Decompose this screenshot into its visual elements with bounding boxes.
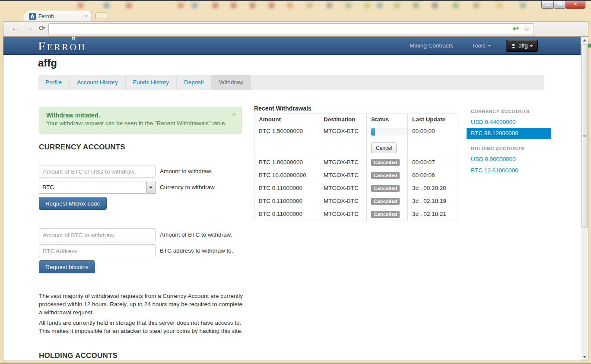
col-status: Status xyxy=(367,114,408,125)
page-scrollbar[interactable] xyxy=(581,37,588,361)
username-label: affg xyxy=(518,42,527,49)
currency-help-text: Currency to withdraw xyxy=(160,184,215,190)
user-icon xyxy=(511,43,516,49)
currency-select[interactable]: BTC xyxy=(39,181,156,194)
web-page: Ferroh Mining Contracts Tools affg affg … xyxy=(3,37,588,361)
recent-withdrawals-table: Amount Destination Status Last Update BT… xyxy=(254,114,458,221)
nav-tools-dropdown[interactable]: Tools xyxy=(472,42,491,49)
tab-profile[interactable]: Profile xyxy=(38,75,70,90)
table-row: BTC 10.00000000 MTGOX-BTC Cancelled 00:0… xyxy=(254,169,458,182)
recent-withdrawals-heading: Recent Withdrawals xyxy=(254,105,311,112)
currency-accounts-heading: CURRENCY ACCOUNTS xyxy=(39,143,125,152)
page-title: affg xyxy=(38,57,57,69)
back-button[interactable]: ← xyxy=(11,23,20,33)
cell-destination: MTGOX-BTC xyxy=(319,182,367,195)
arrow-down-icon xyxy=(583,356,586,358)
green-arrow-icon[interactable]: ↩ xyxy=(513,24,519,33)
table-row: BTC 1.00000000 MTGOX-BTC Cancelled 00:00… xyxy=(254,156,458,169)
sidebar-item-btc-holding[interactable]: BTC 12.61000000 xyxy=(467,165,551,176)
bookmark-star-icon[interactable]: ☆ xyxy=(524,25,530,33)
currency-select-value: BTC xyxy=(42,184,54,190)
cell-last-update: 00:00:07 xyxy=(408,156,458,169)
tab-close-icon[interactable]: × xyxy=(84,13,88,19)
cell-status: Cancelled xyxy=(367,156,408,169)
minimize-icon xyxy=(546,5,550,6)
sidebar-item-usd-holding[interactable]: USD 0.00000000 xyxy=(467,154,551,165)
arrow-up-icon xyxy=(583,39,586,41)
btc-address-input[interactable] xyxy=(39,244,156,257)
cell-last-update: 00:00:00 xyxy=(408,125,458,156)
cell-destination: MTGOX-BTC xyxy=(319,169,367,182)
cell-last-update: 3d , 02:18:19 xyxy=(408,195,458,208)
browser-tab[interactable]: Ferroh × xyxy=(24,11,92,22)
table-row: BTC 0.11000000 MTGOX-BTC Cancelled 3d , … xyxy=(254,208,458,221)
address-input[interactable] xyxy=(52,25,502,33)
alert-message: Your withdraw request can be seen in the… xyxy=(46,120,235,127)
cell-status: Cancelled xyxy=(367,195,408,208)
status-badge: Cancelled xyxy=(371,185,400,192)
progress-fill xyxy=(371,128,375,136)
cell-amount: BTC 0.11000000 xyxy=(254,208,319,221)
user-menu-button[interactable]: affg xyxy=(506,40,538,52)
col-last-update: Last Update xyxy=(408,114,458,125)
holding-accounts-heading: HOLDING ACCOUNTS xyxy=(39,351,118,360)
cell-amount: BTC 10.00000000 xyxy=(254,169,319,182)
tab-withdraw[interactable]: Withdraw xyxy=(212,75,251,90)
scroll-down-button[interactable] xyxy=(581,353,588,361)
site-navbar: Ferroh Mining Contracts Tools affg xyxy=(3,37,588,55)
cell-destination: MTGOX-BTC xyxy=(319,125,367,156)
forward-button[interactable]: → xyxy=(25,23,34,33)
cell-status: Cancel xyxy=(367,125,408,156)
select-arrow-icon xyxy=(146,182,155,193)
progress-bar xyxy=(371,128,407,136)
cell-destination: MTGOX-BTC xyxy=(319,195,367,208)
maximize-button[interactable] xyxy=(553,1,566,9)
scrollbar-thumb[interactable] xyxy=(581,44,588,228)
cell-amount: BTC 0.11000000 xyxy=(254,182,319,195)
accounts-sidebar: CURRENCY ACCOUNTS USD 0.44000000 BTC 88.… xyxy=(467,107,551,176)
withdrawal-info-paragraph: The vast majority of withdrawal requests… xyxy=(39,292,245,317)
ferroh-logo[interactable]: Ferroh xyxy=(38,38,86,53)
logo-text: Ferr xyxy=(38,38,70,53)
scroll-up-button[interactable] xyxy=(581,37,588,44)
cell-last-update: 00:00:06 xyxy=(408,169,458,182)
status-badge: Cancelled xyxy=(371,211,400,218)
browser-toolbar: ← → ⟳ ↩ ☆ 94 B ↑ xyxy=(3,22,588,37)
table-row: BTC 0.11000000 MTGOX-BTC Cancelled 3d , … xyxy=(254,195,458,208)
new-tab-button[interactable] xyxy=(95,13,108,19)
screen: × Ferroh × ← → ⟳ ↩ ☆ 94 B ↑ xyxy=(0,0,591,364)
cell-amount: BTC 1.50000000 xyxy=(254,125,319,156)
cell-status: Cancelled xyxy=(367,208,408,221)
table-row: BTC 1.50000000 MTGOX-BTC Cancel 00:00:00 xyxy=(254,125,458,156)
cold-storage-paragraph: All funds are currently held in storage … xyxy=(39,319,245,335)
withdraw-amount-input[interactable] xyxy=(39,165,156,178)
request-bitcoins-button[interactable]: Request bitcoins xyxy=(39,260,95,273)
minimize-button[interactable] xyxy=(541,1,554,9)
sidebar-item-usd-currency[interactable]: USD 0.44000000 xyxy=(467,117,551,128)
status-badge: Cancelled xyxy=(371,172,400,179)
alert-title: Withdraw initiated. xyxy=(46,112,235,119)
tab-deposit[interactable]: Deposit xyxy=(177,75,212,90)
sidebar-item-btc-currency[interactable]: BTC 88.12000000 xyxy=(467,128,551,139)
tab-funds-history[interactable]: Funds History xyxy=(126,75,177,90)
reload-button[interactable]: ⟳ xyxy=(39,24,45,33)
cell-destination: MTGOX-BTC xyxy=(319,156,367,169)
btc-amount-help-text: Amount of BTC to withdraw. xyxy=(160,231,232,238)
cell-status: Cancelled xyxy=(367,182,408,195)
cancel-withdrawal-button[interactable]: Cancel xyxy=(371,142,397,153)
nav-mining-contracts[interactable]: Mining Contracts xyxy=(410,42,453,49)
sidebar-header-currency: CURRENCY ACCOUNTS xyxy=(467,107,551,117)
address-bar[interactable]: ↩ ☆ xyxy=(48,23,534,35)
alert-close-icon[interactable]: × xyxy=(232,111,236,118)
close-window-button[interactable]: × xyxy=(566,1,585,9)
favicon-flame-icon xyxy=(29,13,36,20)
table-header-row: Amount Destination Status Last Update xyxy=(254,114,458,125)
account-tabs: Profile Account History Funds History De… xyxy=(38,75,544,90)
tab-account-history[interactable]: Account History xyxy=(70,75,126,90)
flame-icon xyxy=(70,37,76,41)
table-row: BTC 0.11000000 MTGOX-BTC Cancelled 3d , … xyxy=(254,182,458,195)
chevron-down-icon xyxy=(530,45,533,47)
request-mtgox-code-button[interactable]: Request MtGox code xyxy=(39,197,107,210)
close-icon: × xyxy=(566,1,585,7)
btc-amount-input[interactable] xyxy=(39,228,156,241)
